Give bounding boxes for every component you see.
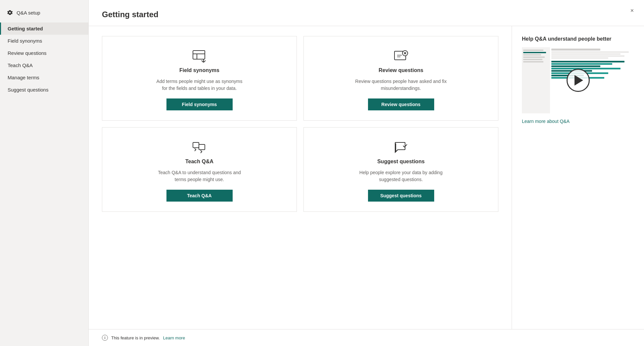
learn-more-link[interactable]: Learn more about Q&A (522, 119, 634, 124)
main-header: Getting started (89, 0, 644, 26)
teach-qna-description: Teach Q&A to understand questions and te… (153, 169, 246, 183)
sidebar-item-review-questions[interactable]: Review questions (0, 47, 88, 59)
sidebar-item-label: Getting started (8, 26, 43, 31)
sidebar-item-label: Manage terms (8, 75, 39, 80)
review-questions-button[interactable]: Review questions (368, 98, 434, 110)
app-container: × Q&A setup Getting started Field synony… (0, 0, 644, 346)
main-content: Getting started (89, 0, 644, 346)
play-button[interactable] (567, 69, 590, 92)
field-synonyms-card: Field synonyms Add terms people might us… (102, 36, 297, 121)
cards-row-1: Field synonyms Add terms people might us… (102, 36, 498, 121)
cards-row-2: Teach Q&A Teach Q&A to understand questi… (102, 127, 498, 212)
sidebar-item-manage-terms[interactable]: Manage terms (0, 71, 88, 84)
review-questions-title: Review questions (379, 67, 423, 73)
sidebar-item-getting-started[interactable]: Getting started (0, 22, 88, 35)
review-questions-description: Review questions people have asked and f… (355, 78, 447, 92)
sidebar-nav: Getting started Field synonyms Review qu… (0, 22, 88, 341)
sidebar-item-label: Review questions (8, 50, 47, 56)
suggest-questions-icon (393, 141, 409, 154)
screenshot-chart (551, 61, 633, 79)
help-title: Help Q&A understand people better (522, 36, 634, 42)
screenshot-title (551, 49, 600, 51)
sidebar-item-teach-qna[interactable]: Teach Q&A (0, 59, 88, 71)
review-questions-icon (393, 50, 409, 63)
sidebar-item-label: Teach Q&A (8, 62, 33, 68)
teach-qna-card: Teach Q&A Teach Q&A to understand questi… (102, 127, 297, 212)
sidebar-item-field-synonyms[interactable]: Field synonyms (0, 35, 88, 47)
close-button[interactable]: × (627, 5, 637, 16)
svg-rect-0 (193, 51, 205, 59)
sidebar-item-label: Field synonyms (8, 38, 42, 44)
gear-icon (7, 9, 13, 16)
teach-qna-title: Teach Q&A (185, 159, 213, 165)
review-questions-card: Review questions Review questions people… (303, 36, 498, 121)
cards-area: Field synonyms Add terms people might us… (89, 26, 512, 329)
teach-qna-button[interactable]: Teach Q&A (166, 190, 233, 202)
screenshot-sidebar (522, 47, 550, 113)
screenshot-main (550, 47, 634, 113)
preview-text: This feature is in preview. (111, 335, 160, 340)
suggest-questions-card: Suggest questions Help people explore yo… (303, 127, 498, 212)
field-synonyms-title: Field synonyms (179, 67, 219, 73)
content-area: Field synonyms Add terms people might us… (89, 26, 644, 329)
field-synonyms-button[interactable]: Field synonyms (166, 98, 233, 110)
info-icon: i (102, 335, 108, 341)
right-panel: Help Q&A understand people better (512, 26, 644, 329)
page-title: Getting started (102, 10, 631, 19)
footer: i This feature is in preview. Learn more (89, 329, 644, 346)
suggest-questions-description: Help people explore your data by adding … (355, 169, 447, 183)
field-synonyms-description: Add terms people might use as synonyms f… (153, 78, 246, 92)
sidebar-item-suggest-questions[interactable]: Suggest questions (0, 84, 88, 96)
sidebar-title: Q&A setup (17, 10, 40, 16)
suggest-questions-button[interactable]: Suggest questions (368, 190, 434, 202)
sidebar: Q&A setup Getting started Field synonyms… (0, 0, 89, 346)
field-synonyms-icon (191, 50, 208, 63)
footer-learn-more-link[interactable]: Learn more (163, 335, 185, 340)
sidebar-header: Q&A setup (0, 5, 88, 22)
sidebar-item-label: Suggest questions (8, 87, 48, 93)
play-triangle-icon (575, 75, 583, 86)
suggest-questions-title: Suggest questions (377, 159, 425, 165)
video-thumbnail[interactable] (522, 47, 634, 113)
teach-qna-icon (191, 141, 208, 154)
